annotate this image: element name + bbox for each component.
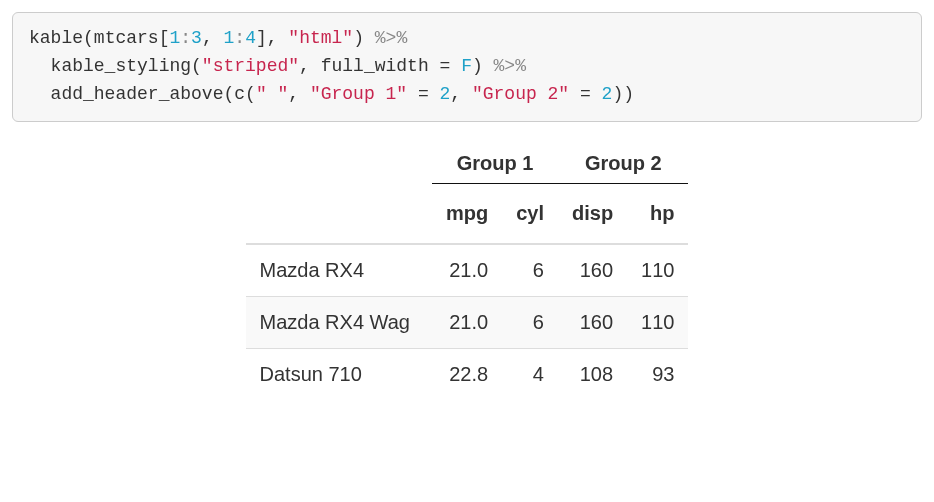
cell-value: 160 (558, 244, 627, 297)
code-block: kable(mtcars[1:3, 1:4], "html") %>% kabl… (12, 12, 922, 122)
code-str-g2: "Group 2" (472, 84, 569, 104)
table-column-header-row: mpg cyl disp hp (246, 183, 689, 244)
code-rbracket: ] (256, 28, 267, 48)
code-colon: : (180, 28, 191, 48)
code-fn-kable: kable (29, 28, 83, 48)
cell-value: 160 (558, 296, 627, 348)
cell-value: 6 (502, 244, 558, 297)
code-num: 4 (245, 28, 256, 48)
code-comma: , (450, 84, 472, 104)
code-lparen: ( (223, 84, 234, 104)
code-fn-addheader: add_header_above (51, 84, 224, 104)
code-val-F: F (461, 56, 472, 76)
cell-value: 21.0 (432, 244, 502, 297)
group-header-blank (246, 146, 432, 184)
col-header-rowname (246, 183, 432, 244)
code-rparen: ) (353, 28, 364, 48)
code-str-striped: "striped" (202, 56, 299, 76)
code-str-html: "html" (288, 28, 353, 48)
code-pipe: %>% (483, 56, 526, 76)
code-colon: : (234, 28, 245, 48)
code-fn-kablestyling: kable_styling (51, 56, 191, 76)
cell-value: 21.0 (432, 296, 502, 348)
col-header-hp: hp (627, 183, 688, 244)
code-num: 2 (440, 84, 451, 104)
code-lparen: ( (83, 28, 94, 48)
code-pipe: %>% (364, 28, 407, 48)
code-rparen: ) (472, 56, 483, 76)
code-comma: , (202, 28, 224, 48)
cell-value: 108 (558, 348, 627, 400)
cell-value: 6 (502, 296, 558, 348)
table-row: Mazda RX4 21.0 6 160 110 (246, 244, 689, 297)
code-comma: , (288, 84, 310, 104)
code-str-blank: " " (256, 84, 288, 104)
code-arg-fullwidth: full_width (321, 56, 429, 76)
code-num: 2 (602, 84, 613, 104)
table-container: Group 1 Group 2 mpg cyl disp hp Mazda RX… (12, 146, 922, 400)
code-fn-c: c (234, 84, 245, 104)
code-lbracket: [ (159, 28, 170, 48)
cell-value: 110 (627, 296, 688, 348)
table-group-header-row: Group 1 Group 2 (246, 146, 689, 184)
code-lparen: ( (245, 84, 256, 104)
group-header-1: Group 1 (432, 146, 558, 184)
cell-value: 4 (502, 348, 558, 400)
code-dataset: mtcars (94, 28, 159, 48)
code-str-g1: "Group 1" (310, 84, 407, 104)
code-rparen: ) (612, 84, 623, 104)
code-comma: , (299, 56, 321, 76)
cell-value: 93 (627, 348, 688, 400)
col-header-mpg: mpg (432, 183, 502, 244)
code-lparen: ( (191, 56, 202, 76)
code-indent (29, 56, 51, 76)
cell-rowname: Mazda RX4 Wag (246, 296, 432, 348)
cell-rowname: Mazda RX4 (246, 244, 432, 297)
col-header-cyl: cyl (502, 183, 558, 244)
code-num: 3 (191, 28, 202, 48)
cell-rowname: Datsun 710 (246, 348, 432, 400)
cell-value: 22.8 (432, 348, 502, 400)
table-row: Datsun 710 22.8 4 108 93 (246, 348, 689, 400)
group-header-2: Group 2 (558, 146, 689, 184)
code-eq: = (569, 84, 601, 104)
code-rparen: ) (623, 84, 634, 104)
code-comma: , (267, 28, 289, 48)
kable-table: Group 1 Group 2 mpg cyl disp hp Mazda RX… (246, 146, 689, 400)
cell-value: 110 (627, 244, 688, 297)
col-header-disp: disp (558, 183, 627, 244)
table-row: Mazda RX4 Wag 21.0 6 160 110 (246, 296, 689, 348)
code-num: 1 (169, 28, 180, 48)
code-num: 1 (224, 28, 235, 48)
code-eq: = (407, 84, 439, 104)
code-indent (29, 84, 51, 104)
code-eq: = (429, 56, 461, 76)
